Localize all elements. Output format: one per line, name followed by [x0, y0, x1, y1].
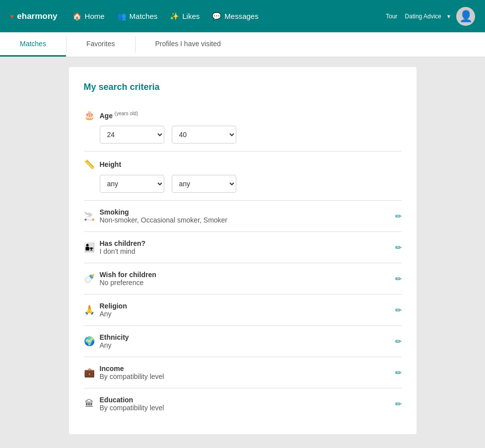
dating-advice-link[interactable]: Dating Advice [405, 13, 441, 20]
ethnicity-row: 🌍 Ethnicity Any ✏ [84, 333, 402, 349]
smoking-value: Non-smoker, Occasional smoker, Smoker [100, 216, 228, 224]
education-row: 🏛 Education By compatibility level ✏ [84, 396, 402, 412]
home-icon: 🏠 [72, 12, 82, 21]
ethnicity-label: Ethnicity [100, 333, 129, 341]
logo-heart-icon: ♥ [10, 12, 14, 20]
has-children-row: 👨‍👧 Has children? I don't mind ✏ [84, 239, 402, 255]
wish-children-value: No preference [100, 279, 156, 287]
wish-children-section: 🍼 Wish for children No preference ✏ [84, 263, 402, 295]
wish-children-icon: 🍼 [84, 273, 95, 284]
religion-left: 🙏 Religion Any [84, 302, 127, 318]
brand-name: eharmony [17, 11, 57, 21]
education-label: Education [100, 396, 164, 404]
header-left: ♥ eharmony 🏠 Home 👥 Matches ✨ Likes 💬 Me… [10, 11, 259, 21]
age-icon: 🎂 [84, 110, 95, 121]
header: ♥ eharmony 🏠 Home 👥 Matches ✨ Likes 💬 Me… [0, 0, 485, 32]
religion-edit-button[interactable]: ✏ [395, 305, 402, 315]
main-content: My search criteria 🎂 Age (years old) 24 … [0, 57, 485, 444]
income-content: Income By compatibility level [100, 365, 164, 380]
height-selects: any 4'0"4'6" 5'0"5'2" 5'4"5'6" 5'8"5'10"… [100, 175, 402, 193]
education-value: By compatibility level [100, 404, 164, 412]
height-label: Height [100, 160, 122, 168]
ethnicity-edit-button[interactable]: ✏ [395, 337, 402, 346]
income-row: 💼 Income By compatibility level ✏ [84, 365, 402, 380]
header-links: Tour Dating Advice [386, 13, 441, 20]
search-criteria-card: My search criteria 🎂 Age (years old) 24 … [69, 67, 416, 434]
education-left: 🏛 Education By compatibility level [84, 396, 164, 412]
height-min-select[interactable]: any 4'0"4'6" 5'0"5'2" 5'4"5'6" 5'8"5'10"… [100, 175, 164, 193]
education-section: 🏛 Education By compatibility level ✏ [84, 388, 402, 419]
income-icon: 💼 [84, 367, 95, 378]
has-children-content: Has children? I don't mind [100, 239, 146, 255]
wish-children-edit-button[interactable]: ✏ [395, 274, 402, 284]
height-max-select[interactable]: any 4'0"4'6" 5'0"5'2" 5'4"5'6" 5'8"5'10"… [172, 175, 236, 193]
has-children-edit-button[interactable]: ✏ [395, 243, 402, 252]
smoking-section: 🚬 Smoking Non-smoker, Occasional smoker,… [84, 201, 402, 232]
smoking-content: Smoking Non-smoker, Occasional smoker, S… [100, 208, 228, 224]
smoking-icon: 🚬 [84, 211, 95, 222]
education-content: Education By compatibility level [100, 396, 164, 412]
age-header: 🎂 Age (years old) [84, 110, 402, 121]
wish-children-left: 🍼 Wish for children No preference [84, 271, 156, 287]
tab-favorites[interactable]: Favorites [67, 32, 135, 57]
ethnicity-icon: 🌍 [84, 336, 95, 347]
has-children-left: 👨‍👧 Has children? I don't mind [84, 239, 146, 255]
age-max-select[interactable]: 40 252627 282930 354550 556065 707580 [172, 126, 236, 144]
age-label: Age (years old) [100, 111, 139, 120]
tabs-bar: Matches Favorites Profiles I have visite… [0, 32, 485, 57]
logo: ♥ eharmony [10, 11, 58, 21]
tab-profiles-visited[interactable]: Profiles I have visited [136, 32, 241, 57]
smoking-label: Smoking [100, 208, 228, 216]
avatar-icon: 👤 [459, 10, 473, 23]
age-section: 🎂 Age (years old) 24 181920 212223 25262… [84, 102, 402, 151]
has-children-section: 👨‍👧 Has children? I don't mind ✏ [84, 232, 402, 263]
education-edit-button[interactable]: ✏ [395, 399, 402, 409]
nav-likes[interactable]: ✨ Likes [170, 12, 200, 21]
matches-icon: 👥 [117, 12, 127, 21]
header-right: Tour Dating Advice ▾ 👤 [386, 7, 475, 26]
religion-icon: 🙏 [84, 304, 95, 315]
nav-messages[interactable]: 💬 Messages [212, 12, 258, 21]
messages-icon: 💬 [212, 12, 221, 21]
ethnicity-left: 🌍 Ethnicity Any [84, 333, 129, 349]
wish-children-content: Wish for children No preference [100, 271, 156, 287]
user-dropdown-arrow[interactable]: ▾ [447, 13, 450, 20]
smoking-left: 🚬 Smoking Non-smoker, Occasional smoker,… [84, 208, 228, 224]
avatar[interactable]: 👤 [456, 7, 475, 26]
wish-children-row: 🍼 Wish for children No preference ✏ [84, 271, 402, 287]
nav-likes-label: Likes [182, 12, 200, 20]
nav-matches-label: Matches [130, 12, 158, 20]
religion-section: 🙏 Religion Any ✏ [84, 295, 402, 326]
card-title: My search criteria [84, 82, 402, 92]
has-children-label: Has children? [100, 239, 146, 247]
education-icon: 🏛 [84, 399, 95, 409]
religion-value: Any [100, 310, 127, 318]
height-icon: 📏 [84, 159, 95, 170]
ethnicity-value: Any [100, 341, 129, 349]
age-min-select[interactable]: 24 181920 212223 252627 282930 354045 50… [100, 126, 164, 144]
smoking-row: 🚬 Smoking Non-smoker, Occasional smoker,… [84, 208, 402, 224]
nav-home[interactable]: 🏠 Home [72, 12, 105, 21]
tab-matches[interactable]: Matches [0, 32, 66, 57]
smoking-edit-button[interactable]: ✏ [395, 212, 402, 221]
religion-content: Religion Any [100, 302, 127, 318]
likes-icon: ✨ [170, 12, 179, 21]
income-edit-button[interactable]: ✏ [395, 368, 402, 377]
main-nav: 🏠 Home 👥 Matches ✨ Likes 💬 Messages [72, 12, 259, 21]
height-header: 📏 Height [84, 159, 402, 170]
has-children-value: I don't mind [100, 247, 146, 255]
income-value: By compatibility level [100, 373, 164, 380]
ethnicity-section: 🌍 Ethnicity Any ✏ [84, 326, 402, 357]
height-section: 📏 Height any 4'0"4'6" 5'0"5'2" 5'4"5'6" … [84, 151, 402, 201]
income-label: Income [100, 365, 164, 373]
tour-link[interactable]: Tour [386, 13, 397, 20]
nav-messages-label: Messages [224, 12, 258, 20]
wish-children-label: Wish for children [100, 271, 156, 279]
income-left: 💼 Income By compatibility level [84, 365, 164, 380]
religion-label: Religion [100, 302, 127, 310]
ethnicity-content: Ethnicity Any [100, 333, 129, 349]
has-children-icon: 👨‍👧 [84, 242, 95, 253]
nav-home-label: Home [85, 12, 105, 20]
nav-matches[interactable]: 👥 Matches [117, 12, 158, 21]
income-section: 💼 Income By compatibility level ✏ [84, 357, 402, 388]
